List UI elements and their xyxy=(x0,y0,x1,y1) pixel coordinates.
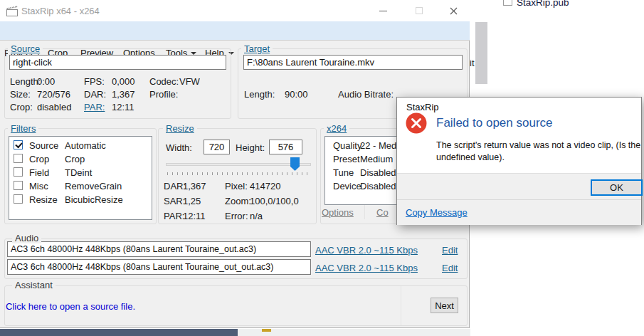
device-value[interactable]: Disabled xyxy=(360,181,396,191)
device-label[interactable]: Device xyxy=(333,181,361,191)
dialog-body-line1: The script's return value was not a vide… xyxy=(436,140,640,150)
audio-track2-encoder-link[interactable]: AAC VBR 2.0 ~115 Kbps xyxy=(315,263,418,273)
assistant-header: Assistant xyxy=(12,280,56,290)
zoom-label: Zoom: xyxy=(225,196,251,206)
filters-header-link[interactable]: Filters xyxy=(8,123,38,134)
resize-header-link[interactable]: Resize xyxy=(163,123,197,134)
dar-value: 1,367 xyxy=(183,181,206,191)
preset-value[interactable]: Medium xyxy=(360,154,393,164)
dialog-button-band: OK xyxy=(397,173,641,199)
filter-value[interactable]: Automatic xyxy=(65,140,106,151)
source-size-value: 720/576 xyxy=(37,89,70,100)
maximize-button[interactable] xyxy=(403,0,435,21)
dialog-footer: Copy Message xyxy=(397,199,641,225)
quality-label[interactable]: Quality xyxy=(333,140,361,151)
width-label: Width: xyxy=(166,142,192,153)
filter-name[interactable]: Misc xyxy=(29,181,48,191)
error-value: n/a xyxy=(250,211,263,221)
par-value: 12:11 xyxy=(183,211,206,221)
slider-tick-marks xyxy=(167,172,311,175)
filter-value[interactable]: BicubicResize xyxy=(65,194,123,205)
source-dar-label: DAR: xyxy=(84,89,106,100)
file-select-checkbox[interactable] xyxy=(503,0,512,6)
filter-value[interactable]: RemoveGrain xyxy=(65,181,122,191)
menubar: Project Crop Preview Options Tools Help xyxy=(0,21,470,41)
open-source-link[interactable]: Click here to open a source file. xyxy=(6,301,135,312)
source-codec-label: Codec: xyxy=(149,76,179,87)
error-icon xyxy=(406,112,427,134)
filter-checkbox-resize[interactable] xyxy=(14,194,23,204)
filter-checkbox-field[interactable] xyxy=(14,167,23,177)
error-dialog: StaxRip Failed to open source The script… xyxy=(396,97,642,225)
background-text-fragment: it xyxy=(470,58,475,68)
ok-button[interactable]: OK xyxy=(591,179,643,196)
audio-header: Audio xyxy=(12,233,41,243)
copy-message-link[interactable]: Copy Message xyxy=(406,207,468,218)
source-size-label: Size: xyxy=(10,89,31,100)
taskbar-strip xyxy=(0,329,238,336)
target-input[interactable] xyxy=(243,55,463,70)
audio-bitrate-label: Audio Bitrate: xyxy=(338,89,394,100)
filter-checkbox-source[interactable] xyxy=(14,140,23,149)
maximize-icon xyxy=(416,7,423,14)
background-scrollbar[interactable] xyxy=(475,22,487,84)
filter-checkbox-crop[interactable] xyxy=(14,154,23,163)
pixel-label: Pixel: xyxy=(225,181,248,191)
pixel-value: 414720 xyxy=(250,181,280,191)
folder-icon xyxy=(262,329,271,332)
height-input[interactable] xyxy=(269,140,302,154)
filter-checkbox-misc[interactable] xyxy=(14,181,23,190)
par-label: PAR: xyxy=(164,211,184,221)
preset-label[interactable]: Preset xyxy=(333,154,360,164)
clapperboard-app-icon xyxy=(6,6,19,16)
screen: StaxRip.pub it StaxRip x64 - x264 xyxy=(0,0,644,336)
divider xyxy=(364,205,365,219)
source-fps-label: FPS: xyxy=(84,76,105,87)
minimize-button[interactable] xyxy=(367,0,399,21)
source-crop-value: disabled xyxy=(37,102,71,112)
audio-track1-edit-link[interactable]: Edit xyxy=(442,245,458,256)
x264-header-link[interactable]: x264 xyxy=(324,123,349,134)
audio-track2-input[interactable] xyxy=(7,259,311,275)
filter-name[interactable]: Field xyxy=(29,167,49,178)
source-fps-value: 0,000 xyxy=(112,76,135,87)
width-input[interactable] xyxy=(204,140,230,154)
source-profile-label: Profile: xyxy=(149,89,178,100)
zoom-value: 100,0/100,0 xyxy=(250,196,299,206)
error-label: Error: xyxy=(225,211,248,221)
filter-name[interactable]: Crop xyxy=(29,154,49,164)
source-length-value: 0:00 xyxy=(37,76,55,87)
audio-track2-edit-link[interactable]: Edit xyxy=(442,263,458,273)
filter-name[interactable]: Source xyxy=(29,140,58,151)
target-length-label: Length: xyxy=(244,89,275,100)
x264-options-link[interactable]: Options xyxy=(322,207,354,218)
filter-value[interactable]: TDeint xyxy=(65,167,92,178)
source-input[interactable] xyxy=(9,55,226,70)
next-button[interactable]: Next xyxy=(431,298,458,313)
target-header-link[interactable]: Target xyxy=(241,43,273,54)
resize-slider-track[interactable] xyxy=(166,163,311,166)
source-length-label: Length: xyxy=(10,76,41,87)
tune-value[interactable]: Disabled xyxy=(360,167,396,178)
height-label: Height: xyxy=(236,142,265,153)
close-icon xyxy=(450,7,458,15)
source-crop-label: Crop: xyxy=(10,102,33,112)
filter-value[interactable]: Crop xyxy=(65,154,85,164)
window-title: StaxRip x64 - x264 xyxy=(21,6,100,16)
close-button[interactable] xyxy=(438,0,470,21)
source-par-link[interactable]: PAR: xyxy=(84,102,105,112)
source-par-value: 12:11 xyxy=(112,102,134,112)
sar-value: 1,25 xyxy=(183,196,201,206)
sar-label: SAR: xyxy=(164,196,185,206)
source-codec-value: VFW xyxy=(179,76,200,87)
file-item-label[interactable]: StaxRip.pub xyxy=(517,0,569,8)
audio-track1-encoder-link[interactable]: AAC VBR 2.0 ~115 Kbps xyxy=(315,245,418,256)
source-header-link[interactable]: Source xyxy=(8,43,43,54)
audio-track1-input[interactable] xyxy=(7,241,311,257)
tune-label[interactable]: Tune xyxy=(333,167,354,178)
x264-codec-link[interactable]: Co xyxy=(376,207,389,218)
divider xyxy=(401,286,401,325)
background-window-strip xyxy=(238,329,470,336)
source-dar-value: 1,367 xyxy=(112,89,135,100)
filter-name[interactable]: Resize xyxy=(29,194,58,205)
